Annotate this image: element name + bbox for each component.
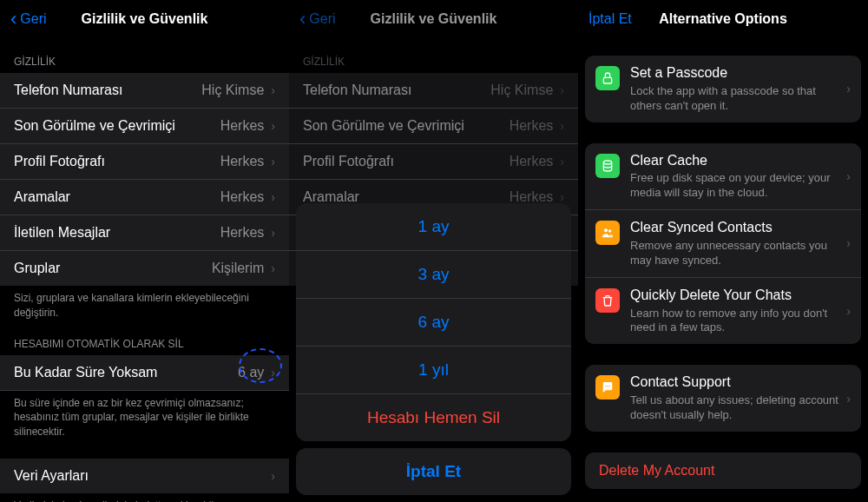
database-icon: [595, 154, 620, 178]
section-header-privacy: GİZLİLİK: [0, 38, 289, 73]
row-support[interactable]: Contact Support Tell us about any issues…: [585, 365, 861, 432]
row-clear-contacts[interactable]: Clear Synced Contacts Remove any unneces…: [585, 210, 861, 278]
card-content: Contact Support Tell us about any issues…: [630, 373, 839, 423]
row-value: 6 ay: [238, 365, 264, 380]
svg-point-4: [605, 386, 606, 386]
row-passcode[interactable]: Set a Passcode Lock the app with a passc…: [585, 56, 861, 122]
card-content: Clear Cache Free up disk space on your d…: [630, 152, 839, 201]
screen-auto-delete-sheet: ‹ Geri Gizlilik ve Güvenlik GİZLİLİK Tel…: [289, 0, 578, 502]
chevron-right-icon: ›: [271, 155, 275, 168]
screen-privacy-settings: ‹ Geri Gizlilik ve Güvenlik GİZLİLİK Tel…: [0, 0, 289, 502]
sheet-option-1month[interactable]: 1 ay: [296, 203, 571, 251]
delete-account-button[interactable]: Delete My Account: [585, 452, 861, 489]
card-title: Contact Support: [630, 373, 839, 392]
sheet-option-6months[interactable]: 6 ay: [296, 299, 571, 347]
chevron-right-icon: ›: [271, 469, 275, 483]
svg-rect-0: [603, 77, 611, 83]
row-profile-photo[interactable]: Profil Fotoğrafı Herkes ›: [0, 144, 289, 180]
row-last-seen[interactable]: Son Görülme ve Çevrimiçi Herkes ›: [0, 109, 289, 144]
chevron-right-icon: ›: [560, 190, 564, 204]
chevron-right-icon: ›: [846, 82, 851, 96]
row-value: Herkes: [220, 189, 265, 205]
row-label: Bu Kadar Süre Yoksam: [14, 365, 238, 380]
card-storage: Clear Cache Free up disk space on your d…: [585, 143, 861, 345]
row-value: Herkes: [220, 225, 265, 241]
card-subtitle: Lock the app with a passcode so that oth…: [630, 84, 839, 114]
nav-bar: ‹ Geri Gizlilik ve Güvenlik: [0, 0, 289, 38]
svg-point-6: [608, 386, 609, 386]
chat-icon: [595, 375, 620, 400]
svg-point-1: [603, 161, 611, 164]
nav-back-button[interactable]: ‹ Geri: [10, 8, 47, 30]
nav-cancel-button[interactable]: İptal Et: [589, 11, 632, 27]
row-data-settings[interactable]: Veri Ayarları ›: [0, 459, 289, 493]
nav-back-label: Geri: [309, 11, 335, 27]
chevron-right-icon: ›: [846, 236, 851, 250]
section-footer: Sizi, gruplara ve kanallara kimlerin ekl…: [0, 286, 289, 320]
card-passcode: Set a Passcode Lock the app with a passc…: [585, 56, 861, 122]
card-subtitle: Free up disk space on your device; your …: [630, 171, 839, 201]
svg-point-3: [608, 229, 611, 232]
row-label: İletilen Mesajlar: [14, 225, 220, 241]
nav-bar: ‹ Geri Gizlilik ve Güvenlik: [289, 0, 578, 38]
svg-point-2: [604, 228, 608, 232]
row-phone-number[interactable]: Telefon Numarası Hiç Kimse ›: [0, 73, 289, 109]
card-title: Clear Cache: [630, 152, 839, 170]
contacts-icon: [595, 221, 620, 245]
row-value: Herkes: [510, 118, 554, 134]
row-label: Son Görülme ve Çevrimiçi: [14, 118, 220, 134]
chevron-right-icon: ›: [560, 83, 564, 97]
lock-icon: [595, 66, 620, 90]
chevron-right-icon: ›: [271, 83, 275, 97]
nav-back-label: Geri: [20, 11, 46, 27]
auto-delete-list: Bu Kadar Süre Yoksam 6 ay ›: [0, 355, 289, 391]
sheet-option-delete-now[interactable]: Hesabı Hemen Sil: [296, 394, 571, 441]
chevron-right-icon: ›: [846, 392, 851, 406]
card-subtitle: Learn how to remove any info you don't n…: [630, 307, 839, 336]
chevron-right-icon: ›: [271, 119, 275, 133]
row-profile-photo: Profil Fotoğrafı Herkes ›: [289, 144, 578, 180]
section-footer: Verilerinizden hangilerinin bulutta sakl…: [0, 493, 289, 502]
screen-alternative-options: İptal Et Alternative Options Set a Passc…: [578, 0, 868, 502]
row-label: Aramalar: [14, 189, 220, 205]
nav-title: Alternative Options: [659, 11, 787, 27]
card-subtitle: Remove any unnecessary contacts you may …: [630, 239, 839, 268]
row-delete-chats[interactable]: Quickly Delete Your Chats Learn how to r…: [585, 278, 861, 345]
row-calls[interactable]: Aramalar Herkes ›: [0, 180, 289, 215]
card-subtitle: Tell us about any issues; deleting accou…: [630, 393, 839, 423]
svg-point-5: [607, 386, 608, 386]
sheet-option-1year[interactable]: 1 yıl: [296, 347, 571, 394]
chevron-right-icon: ›: [560, 119, 564, 133]
chevron-right-icon: ›: [846, 169, 851, 183]
chevron-left-icon: ‹: [10, 8, 16, 30]
row-value: Herkes: [220, 154, 265, 169]
row-groups[interactable]: Gruplar Kişilerim ›: [0, 251, 289, 286]
row-label: Gruplar: [14, 261, 212, 276]
row-forwarded[interactable]: İletilen Mesajlar Herkes ›: [0, 215, 289, 251]
card-title: Clear Synced Contacts: [630, 219, 839, 237]
row-phone-number: Telefon Numarası Hiç Kimse ›: [289, 73, 578, 109]
action-sheet-group: 1 ay 3 ay 6 ay 1 yıl Hesabı Hemen Sil: [296, 203, 571, 441]
row-auto-delete[interactable]: Bu Kadar Süre Yoksam 6 ay ›: [0, 355, 289, 391]
chevron-right-icon: ›: [846, 304, 851, 318]
row-value: Kişilerim: [212, 261, 264, 276]
row-value: Hiç Kimse: [490, 83, 553, 98]
card-content: Quickly Delete Your Chats Learn how to r…: [630, 287, 839, 336]
row-value: Herkes: [220, 118, 265, 134]
sheet-cancel-button[interactable]: İptal Et: [296, 448, 571, 495]
row-value: Hiç Kimse: [201, 83, 264, 98]
row-clear-cache[interactable]: Clear Cache Free up disk space on your d…: [585, 143, 861, 211]
row-label: Veri Ayarları: [14, 468, 271, 484]
card-content: Clear Synced Contacts Remove any unneces…: [630, 219, 839, 268]
chevron-right-icon: ›: [560, 155, 564, 168]
card-title: Quickly Delete Your Chats: [630, 287, 839, 305]
card-title: Set a Passcode: [630, 64, 839, 83]
nav-back-button[interactable]: ‹ Geri: [299, 8, 336, 30]
row-label: Telefon Numarası: [14, 83, 201, 98]
section-header-privacy: GİZLİLİK: [289, 38, 578, 73]
row-value: Herkes: [510, 154, 554, 169]
privacy-list: Telefon Numarası Hiç Kimse › Son Görülme…: [0, 73, 289, 286]
nav-bar: İptal Et Alternative Options: [578, 0, 868, 38]
chevron-right-icon: ›: [271, 366, 275, 380]
sheet-option-3months[interactable]: 3 ay: [296, 251, 571, 299]
